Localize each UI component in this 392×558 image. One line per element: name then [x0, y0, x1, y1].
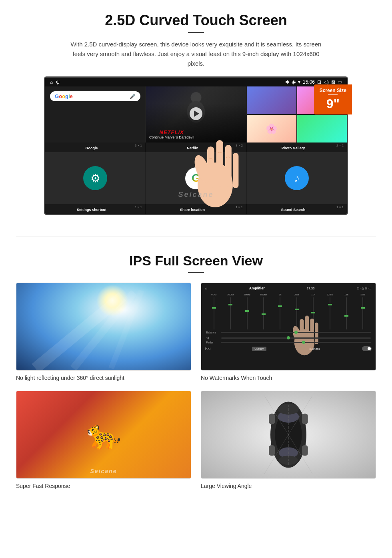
maps-cell[interactable]: G: [146, 152, 246, 204]
svg-rect-15: [315, 323, 318, 344]
usb-icon: ψ: [56, 79, 60, 85]
amp-header: ⌂ Amplifier 17:33 ⊡ ◁) ⊞ ▭: [204, 285, 373, 291]
amp-custom-btn[interactable]: Custom: [252, 347, 266, 351]
bluetooth-icon: ✱: [285, 79, 289, 85]
play-triangle-icon: [194, 110, 199, 117]
battery-icon: ⊠: [331, 79, 335, 85]
svg-rect-6: [233, 153, 238, 188]
volume-icon: ◁): [324, 79, 329, 85]
google-logo: Google: [55, 93, 73, 99]
amp-home-icon: ⌂: [205, 287, 207, 290]
music-icon-wrap: ♪: [285, 166, 309, 190]
badge-label: Screen Size: [320, 88, 346, 93]
screen-size-badge: Screen Size 9": [314, 84, 352, 114]
feature-image-car: [201, 391, 376, 479]
feature-car: Large Viewing Angle: [201, 391, 376, 489]
maps-g-icon: G: [192, 172, 200, 185]
label-gallery: Photo Gallery 2 × 2: [247, 143, 347, 152]
feature-image-watermark: ⌂ Amplifier 17:33 ⊡ ◁) ⊞ ▭ 60hz 100hz 20…: [201, 283, 376, 371]
gallery-photo-flower: 🌸: [247, 115, 296, 143]
play-button[interactable]: [190, 107, 202, 120]
car-top-view-svg: [264, 395, 312, 475]
google-cell[interactable]: Google 🎤: [45, 86, 145, 143]
google-search-bar[interactable]: Google 🎤: [50, 91, 140, 101]
sunlight-bg: [16, 283, 191, 370]
feature-sunlight: No light reflecting under 360° direct su…: [16, 283, 191, 381]
settings-icon-wrap: ⚙: [83, 166, 107, 190]
gear-icon: ⚙: [90, 172, 100, 185]
section-curved-screen: 2.5D Curved Touch Screen With 2.5D curve…: [0, 0, 392, 225]
car-bg: [201, 391, 376, 478]
feature-watermark: ⌂ Amplifier 17:33 ⊡ ◁) ⊞ ▭ 60hz 100hz 20…: [201, 283, 376, 381]
svg-rect-23: [269, 414, 275, 424]
svg-rect-24: [302, 414, 308, 424]
feature-label-sunlight: No light reflecting under 360° direct su…: [16, 375, 191, 381]
svg-rect-26: [302, 445, 308, 456]
label-share-location: Share location 1 × 1: [146, 204, 246, 214]
badge-size: 9": [320, 96, 346, 111]
settings-cell[interactable]: ⚙: [45, 152, 145, 204]
netflix-text: NETFLIX Continue Marvel's Daredevil: [149, 129, 194, 139]
badge-underline: [328, 94, 338, 95]
gallery-photo-4: [297, 115, 347, 143]
flower-icon: 🌸: [266, 123, 278, 134]
status-right: ✱ ◉ ▾ 15:06 ⊡ ◁) ⊠ ▭: [285, 79, 342, 85]
app-labels-row2: Settings shortcut 1 × 1 Share location 1…: [45, 204, 347, 214]
feature-grid: No light reflecting under 360° direct su…: [16, 283, 376, 489]
netflix-cell[interactable]: NETFLIX Continue Marvel's Daredevil: [146, 86, 246, 143]
device-mockup: Screen Size 9" ⌂ ψ ✱ ◉ ▾ 15:06 ⊡ ◁) ⊠: [44, 76, 348, 215]
wifi-icon: ▾: [298, 79, 300, 85]
amp-icons: ⊡ ◁) ⊞ ▭: [357, 287, 372, 290]
home-icon[interactable]: ⌂: [50, 79, 53, 85]
feature-label-watermark: No Watermarks When Touch: [201, 375, 376, 381]
light-streaks: [16, 283, 191, 370]
music-note-icon: ♪: [294, 172, 300, 185]
amp-eq-labels: 60hz 100hz 200hz 500hz 1k 2.5k 10k 12.5k…: [204, 293, 373, 297]
svg-rect-14: [310, 319, 314, 344]
title-underline-2: [188, 272, 204, 273]
maps-icon-wrap: G: [185, 167, 207, 189]
sound-search-cell[interactable]: ♪: [247, 152, 347, 204]
feature-cheetah: 🐆 Seicane Super Fast Response: [16, 391, 191, 489]
seicane-watermark-cheetah: Seicane: [90, 468, 117, 474]
location-icon: ◉: [292, 79, 296, 85]
amp-hand: [286, 305, 322, 358]
label-netflix: Netflix 3 × 2: [146, 143, 246, 152]
app-grid-row1: Google 🎤: [45, 86, 347, 143]
section1-title: 2.5D Curved Touch Screen: [24, 12, 368, 29]
camera-icon: ⊡: [317, 79, 321, 85]
amp-title: Amplifier: [249, 286, 265, 290]
section2-title: IPS Full Screen View: [16, 253, 376, 269]
feature-label-car: Large Viewing Angle: [201, 483, 376, 489]
feature-image-cheetah: 🐆 Seicane: [16, 391, 191, 479]
label-google: Google 3 × 1: [45, 143, 145, 152]
feature-image-sunlight: [16, 283, 191, 371]
label-sound-search: Sound Search 1 × 1: [247, 204, 347, 214]
mic-icon: 🎤: [130, 94, 136, 99]
amp-prev-icon: |◁◁: [205, 347, 210, 350]
cheetah-icon: 🐆: [86, 418, 121, 451]
signal-icon: ▭: [338, 79, 342, 85]
status-left: ⌂ ψ: [50, 79, 60, 85]
app-labels-row1: Google 3 × 1 Netflix 3 × 2 Photo Gallery…: [45, 143, 347, 152]
section-divider: [16, 237, 376, 237]
amplifier-bg: ⌂ Amplifier 17:33 ⊡ ◁) ⊞ ▭ 60hz 100hz 20…: [201, 283, 376, 370]
gallery-photo-1: [247, 86, 296, 114]
svg-rect-3: [207, 147, 214, 188]
cheetah-bg: 🐆 Seicane: [16, 391, 191, 478]
amp-time: 17:33: [307, 287, 315, 290]
section-ips-screen: IPS Full Screen View No light reflecting…: [0, 249, 392, 497]
section1-description: With 2.5D curved-display screen, this de…: [68, 40, 324, 68]
feature-label-cheetah: Super Fast Response: [16, 483, 191, 489]
netflix-logo: NETFLIX: [149, 129, 194, 135]
amp-loudness-toggle[interactable]: [362, 346, 372, 351]
status-bar: ⌂ ψ ✱ ◉ ▾ 15:06 ⊡ ◁) ⊠ ▭: [45, 78, 347, 86]
svg-rect-13: [305, 315, 309, 343]
netflix-subtitle: Continue Marvel's Daredevil: [149, 135, 194, 139]
label-settings: Settings shortcut 1 × 1: [45, 204, 145, 214]
title-underline-1: [188, 32, 204, 33]
svg-rect-25: [269, 445, 275, 456]
app-grid-row2: ⚙ G: [45, 152, 347, 204]
device-screen: ⌂ ψ ✱ ◉ ▾ 15:06 ⊡ ◁) ⊠ ▭: [44, 76, 348, 215]
clock: 15:06: [303, 79, 315, 85]
